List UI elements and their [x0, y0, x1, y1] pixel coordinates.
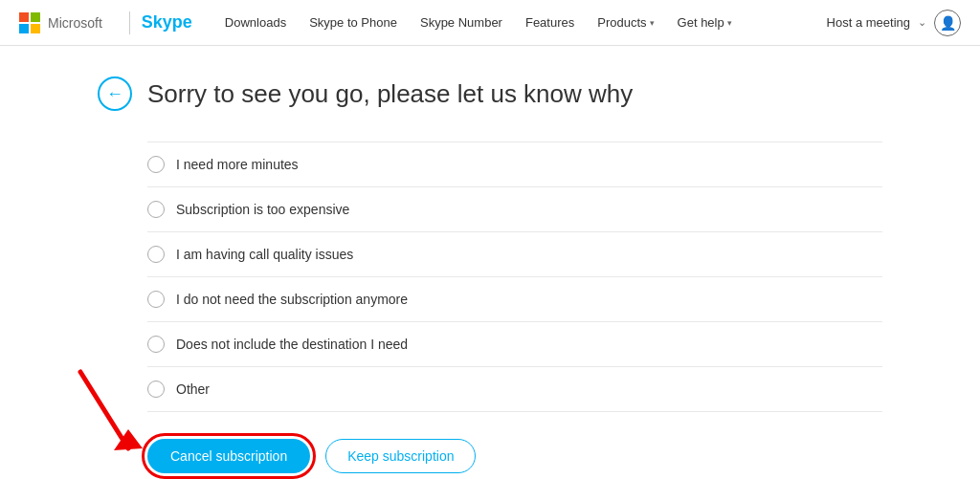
svg-marker-1	[114, 429, 143, 450]
cancel-subscription-button[interactable]: Cancel subscription	[147, 439, 310, 473]
list-item-opt1[interactable]: I need more minutes	[147, 142, 882, 187]
ms-grid-icon	[19, 12, 40, 33]
radio-opt6[interactable]	[147, 381, 165, 398]
options-list: I need more minutesSubscription is too e…	[147, 142, 882, 412]
host-meeting-link[interactable]: Host a meeting	[827, 15, 910, 30]
navbar: Microsoft Skype DownloadsSkype to PhoneS…	[0, 0, 980, 46]
radio-opt2[interactable]	[147, 201, 165, 218]
main-content: ← Sorry to see you go, please let us kno…	[59, 46, 921, 479]
nav-link-features[interactable]: Features	[516, 11, 584, 33]
nav-right: Host a meeting ⌄ 👤	[827, 10, 961, 36]
radio-opt3[interactable]	[147, 246, 165, 263]
chevron-down-icon: ▾	[650, 18, 655, 28]
skype-label: Skype	[142, 12, 192, 33]
buttons-row: Cancel subscription Keep subscription	[147, 439, 882, 473]
user-account-icon[interactable]: 👤	[934, 10, 961, 36]
page-title: Sorry to see you go, please let us know …	[147, 79, 633, 109]
radio-opt1[interactable]	[147, 156, 165, 173]
radio-opt4[interactable]	[147, 291, 165, 308]
host-meeting-chevron: ⌄	[918, 16, 926, 29]
option-label-opt4: I do not need the subscription anymore	[176, 292, 408, 307]
nav-links: DownloadsSkype to PhoneSkype NumberFeatu…	[215, 11, 827, 33]
list-item-opt6[interactable]: Other	[147, 367, 882, 412]
nav-link-skype-to-phone[interactable]: Skype to Phone	[300, 11, 407, 33]
red-arrow	[61, 362, 157, 468]
microsoft-logo[interactable]: Microsoft	[19, 12, 102, 33]
svg-line-0	[80, 372, 128, 448]
nav-link-products[interactable]: Products▾	[588, 11, 663, 33]
nav-link-downloads[interactable]: Downloads	[215, 11, 296, 33]
microsoft-label: Microsoft	[48, 15, 102, 31]
page-title-row: ← Sorry to see you go, please let us kno…	[98, 76, 882, 111]
nav-divider	[129, 11, 130, 34]
list-item-opt5[interactable]: Does not include the destination I need	[147, 322, 882, 367]
option-label-opt5: Does not include the destination I need	[176, 337, 408, 352]
radio-opt5[interactable]	[147, 336, 165, 353]
option-label-opt1: I need more minutes	[176, 157, 299, 172]
back-button[interactable]: ←	[98, 76, 132, 111]
list-item-opt2[interactable]: Subscription is too expensive	[147, 187, 882, 232]
nav-link-get-help[interactable]: Get help▾	[668, 11, 742, 33]
option-label-opt6: Other	[176, 381, 210, 397]
keep-subscription-button[interactable]: Keep subscription	[325, 439, 476, 473]
list-item-opt3[interactable]: I am having call quality issues	[147, 232, 882, 277]
list-item-opt4[interactable]: I do not need the subscription anymore	[147, 277, 882, 322]
option-label-opt2: Subscription is too expensive	[176, 202, 349, 217]
option-label-opt3: I am having call quality issues	[176, 247, 353, 262]
nav-link-skype-number[interactable]: Skype Number	[411, 11, 512, 33]
chevron-down-icon: ▾	[727, 18, 732, 28]
